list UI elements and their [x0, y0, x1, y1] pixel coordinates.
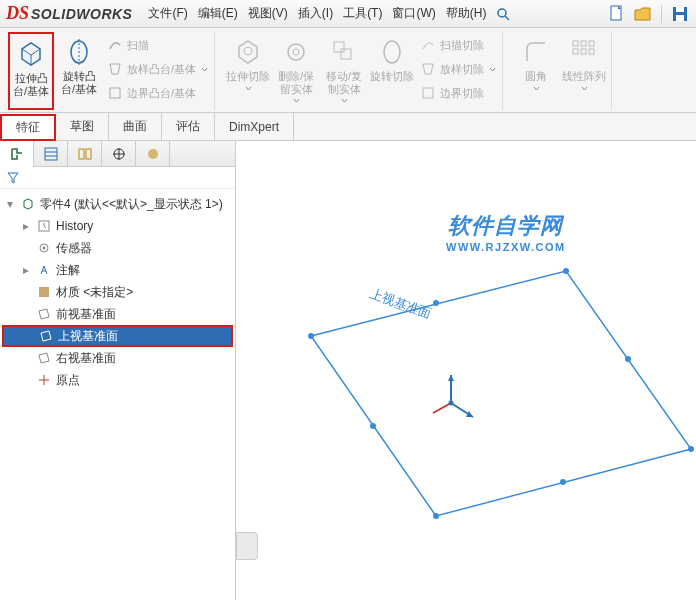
svg-rect-15	[423, 88, 433, 98]
menu-items: 文件(F) 编辑(E) 视图(V) 插入(I) 工具(T) 窗口(W) 帮助(H…	[144, 3, 514, 24]
svg-point-49	[560, 479, 566, 485]
3d-viewport[interactable]: 软件自学网 WWW.RJZXW.COM 上视基准面	[236, 141, 696, 600]
fillet-button[interactable]: 圆角	[513, 32, 559, 110]
filter-row[interactable]	[0, 167, 235, 189]
sweep-button[interactable]: 扫描	[104, 34, 210, 56]
menu-search-icon[interactable]	[492, 5, 514, 23]
tree-top-plane[interactable]: 上视基准面	[2, 325, 233, 347]
svg-point-10	[288, 44, 304, 60]
material-icon	[36, 284, 52, 300]
svg-rect-19	[573, 49, 578, 54]
svg-rect-20	[581, 49, 586, 54]
revolve-cut-button[interactable]: 旋转切除	[369, 32, 415, 110]
side-tab-property[interactable]	[34, 141, 68, 167]
origin-icon	[36, 372, 52, 388]
main-area: ▾ 零件4 (默认<<默认>_显示状态 1>) ▸History 传感器 ▸注解…	[0, 141, 696, 600]
command-tabs: 特征 草图 曲面 评估 DimXpert	[0, 113, 696, 141]
qat-save-icon[interactable]	[670, 4, 690, 24]
menu-edit[interactable]: 编辑(E)	[194, 3, 242, 24]
funnel-icon	[6, 171, 20, 185]
tab-dimxpert[interactable]: DimXpert	[215, 113, 294, 140]
feature-manager-panel: ▾ 零件4 (默认<<默认>_显示状态 1>) ▸History 传感器 ▸注解…	[0, 141, 236, 600]
tree-right-plane[interactable]: 右视基准面	[2, 347, 233, 369]
tab-surface[interactable]: 曲面	[109, 113, 162, 140]
feature-tree: ▾ 零件4 (默认<<默认>_显示状态 1>) ▸History 传感器 ▸注解…	[0, 189, 235, 395]
svg-line-1	[505, 16, 509, 20]
boundary-button[interactable]: 边界凸台/基体	[104, 82, 210, 104]
logo-ds: DS	[6, 3, 29, 24]
quick-access-toolbar	[607, 4, 690, 24]
svg-rect-8	[110, 88, 120, 98]
svg-point-11	[293, 49, 299, 55]
svg-point-57	[449, 401, 454, 406]
chevron-down-icon	[245, 85, 252, 92]
move-copy-icon	[328, 36, 360, 68]
tab-sketch[interactable]: 草图	[56, 113, 109, 140]
linear-pattern-button[interactable]: 线性阵列	[561, 32, 607, 110]
plane-icon	[36, 350, 52, 366]
tree-origin[interactable]: 原点	[2, 369, 233, 391]
extrude-boss-button[interactable]: 拉伸凸台/基体	[8, 32, 54, 110]
tree-annotations[interactable]: ▸注解	[2, 259, 233, 281]
side-tab-config[interactable]	[68, 141, 102, 167]
svg-rect-17	[581, 41, 586, 46]
tree-root[interactable]: ▾ 零件4 (默认<<默认>_显示状态 1>)	[2, 193, 233, 215]
svg-point-45	[433, 300, 439, 306]
menu-window[interactable]: 窗口(W)	[388, 3, 439, 24]
svg-marker-53	[448, 375, 454, 381]
side-tab-display[interactable]	[136, 141, 170, 167]
side-tabs	[0, 141, 235, 167]
sweep-icon	[106, 36, 124, 54]
tab-eval[interactable]: 评估	[162, 113, 215, 140]
svg-point-46	[563, 268, 569, 274]
svg-rect-28	[45, 148, 57, 160]
menu-view[interactable]: 视图(V)	[244, 3, 292, 24]
tree-history[interactable]: ▸History	[2, 215, 233, 237]
side-tab-feature-tree[interactable]	[0, 141, 34, 167]
tree-front-plane[interactable]: 前视基准面	[2, 303, 233, 325]
tab-feature[interactable]: 特征	[0, 114, 56, 141]
plane-icon	[38, 328, 54, 344]
loft-cut-button[interactable]: 放样切除	[417, 58, 498, 80]
sweep-cut-button[interactable]: 扫描切除	[417, 34, 498, 56]
svg-point-0	[498, 9, 506, 17]
extrude-cut-button[interactable]: 拉伸切除	[225, 32, 271, 110]
qat-new-icon[interactable]	[607, 4, 627, 24]
logo-text: SOLIDWORKS	[31, 6, 132, 22]
svg-rect-18	[589, 41, 594, 46]
collapse-icon[interactable]: ▾	[4, 197, 16, 211]
revolve-boss-button[interactable]: 旋转凸台/基体	[56, 32, 102, 110]
svg-rect-16	[573, 41, 578, 46]
boundary-cut-button[interactable]: 边界切除	[417, 82, 498, 104]
menu-help[interactable]: 帮助(H)	[442, 3, 491, 24]
move-copy-button[interactable]: 移动/复制实体	[321, 32, 367, 110]
svg-rect-40	[39, 287, 49, 297]
loft-button[interactable]: 放样凸台/基体	[104, 58, 210, 80]
chevron-down-icon	[489, 66, 496, 73]
linear-pattern-icon	[568, 36, 600, 68]
ribbon-cut-sub: 扫描切除 放样切除 边界切除	[417, 32, 498, 104]
tree-material[interactable]: 材质 <未指定>	[2, 281, 233, 303]
expand-icon[interactable]: ▸	[20, 219, 32, 233]
expand-icon[interactable]: ▸	[20, 263, 32, 277]
svg-point-48	[688, 446, 694, 452]
menu-insert[interactable]: 插入(I)	[294, 3, 337, 24]
app-logo: DS SOLIDWORKS	[6, 3, 132, 24]
side-tab-dimxpert[interactable]	[102, 141, 136, 167]
hole-wizard-button[interactable]: 删除/保留实体	[273, 32, 319, 110]
loft-icon	[106, 60, 124, 78]
svg-marker-43	[311, 271, 691, 516]
plane-icon	[36, 306, 52, 322]
menu-file[interactable]: 文件(F)	[144, 3, 191, 24]
sweep-cut-icon	[419, 36, 437, 54]
svg-point-36	[148, 149, 158, 159]
menu-tools[interactable]: 工具(T)	[339, 3, 386, 24]
qat-open-icon[interactable]	[633, 4, 653, 24]
history-icon	[36, 218, 52, 234]
annotation-icon	[36, 262, 52, 278]
revolve-boss-icon	[63, 36, 95, 68]
fillet-icon	[520, 36, 552, 68]
ribbon-group-boss: 拉伸凸台/基体 旋转凸台/基体 扫描 放样凸台/基体 边界凸台/基体	[4, 32, 215, 110]
svg-rect-32	[86, 149, 91, 159]
tree-sensors[interactable]: 传感器	[2, 237, 233, 259]
